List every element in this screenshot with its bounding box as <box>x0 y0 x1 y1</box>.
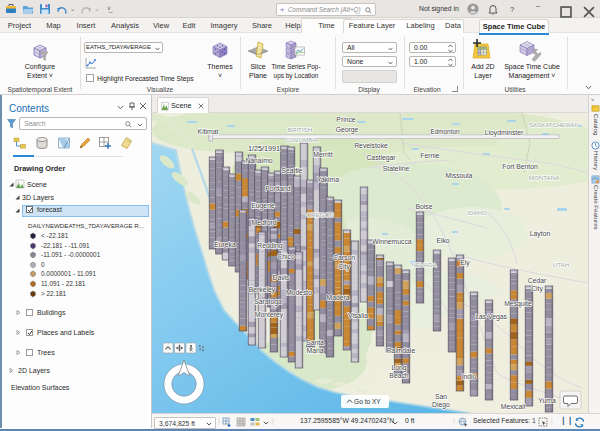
svg-text:Portland: Portland <box>265 185 291 192</box>
svg-text:Nanaimo: Nanaimo <box>245 157 272 164</box>
svg-text:Yuma: Yuma <box>538 397 556 404</box>
svg-text:Mesquite: Mesquite <box>504 300 532 308</box>
svg-text:Winnemucca: Winnemucca <box>372 238 412 245</box>
svg-text:Merritt: Merritt <box>313 151 332 158</box>
svg-text:Eureka: Eureka <box>214 241 236 248</box>
svg-text:Long: Long <box>391 364 406 372</box>
svg-text:Redding: Redding <box>257 242 283 250</box>
svg-text:Go to XY: Go to XY <box>354 398 381 405</box>
svg-text:Fernie: Fernie <box>420 152 439 159</box>
svg-text:Castlegar: Castlegar <box>366 154 396 162</box>
svg-text:City: City <box>531 285 543 293</box>
svg-text:MONTANA: MONTANA <box>529 174 560 181</box>
svg-text:Yakima: Yakima <box>317 176 339 183</box>
svg-text:Berkeley: Berkeley <box>249 286 276 294</box>
svg-text:Indio: Indio <box>462 373 477 380</box>
svg-text:SASKATCHEWAN: SASKATCHEWAN <box>529 122 579 128</box>
svg-text:Kitimat: Kitimat <box>198 128 219 135</box>
svg-text:Diego: Diego <box>432 401 450 409</box>
svg-text:Edmonton: Edmonton <box>430 128 460 135</box>
svg-text:IDAHO: IDAHO <box>467 209 487 216</box>
svg-text:Seattle: Seattle <box>281 167 302 174</box>
svg-text:Cedar: Cedar <box>528 277 547 284</box>
svg-text:San: San <box>435 393 447 400</box>
svg-text:Santa: Santa <box>306 339 324 346</box>
svg-text:Chico: Chico <box>277 253 295 260</box>
svg-text:Prince: Prince <box>336 116 355 123</box>
svg-text:Lloydminster: Lloydminster <box>485 129 524 137</box>
svg-text:COLUMBIA: COLUMBIA <box>286 136 319 143</box>
svg-text:Ely: Ely <box>460 259 470 267</box>
svg-text:George: George <box>336 126 359 134</box>
svg-text:Fort Benton: Fort Benton <box>502 163 538 170</box>
svg-text:Palmdale: Palmdale <box>387 347 416 354</box>
svg-text:Modesto: Modesto <box>286 289 312 296</box>
svg-text:Beach: Beach <box>389 372 408 379</box>
svg-text:Layton: Layton <box>530 230 551 238</box>
svg-text:Maria: Maria <box>307 347 324 354</box>
svg-text:Monterey: Monterey <box>255 311 284 319</box>
svg-text:Mexicali: Mexicali <box>501 403 526 410</box>
svg-text:Saratoga: Saratoga <box>254 298 282 306</box>
svg-text:Missoula: Missoula <box>446 172 473 179</box>
svg-text:Madera: Madera <box>326 294 349 301</box>
svg-text:Davis: Davis <box>273 274 291 281</box>
svg-text:City: City <box>338 263 350 271</box>
svg-text:Medford: Medford <box>252 219 277 226</box>
svg-text:Revelstoke: Revelstoke <box>354 142 388 149</box>
svg-text:Las Vegas: Las Vegas <box>475 313 507 321</box>
svg-text:Carson: Carson <box>333 254 355 261</box>
svg-text:Visalia: Visalia <box>348 312 368 319</box>
svg-text:BRITISH: BRITISH <box>288 126 312 133</box>
svg-text:Elko: Elko <box>436 237 449 244</box>
svg-text:Boise: Boise <box>415 203 432 210</box>
svg-text:NEVADA: NEVADA <box>412 261 438 268</box>
svg-text:Eugene: Eugene <box>251 202 275 210</box>
svg-text:UTAH: UTAH <box>553 261 569 268</box>
svg-text:1/25/1991: 1/25/1991 <box>248 144 280 153</box>
svg-text:OREGON: OREGON <box>306 211 334 218</box>
svg-text:Stateline: Stateline <box>383 165 410 172</box>
